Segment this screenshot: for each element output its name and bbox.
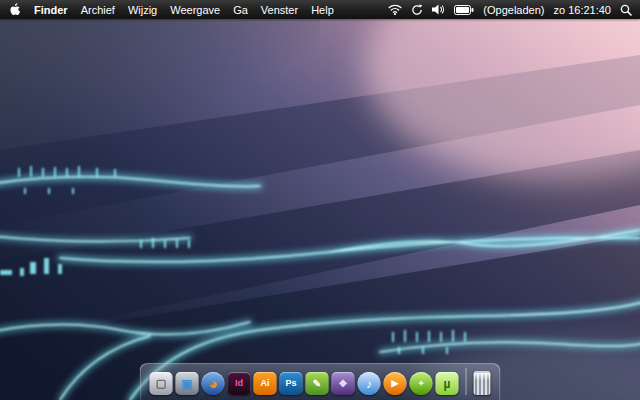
indesign-glyph: Id — [235, 379, 243, 388]
menu-bar: Finder Archief Wijzig Weergave Ga Venste… — [0, 0, 640, 19]
photoshop-glyph: Ps — [285, 379, 296, 388]
photoshop-dock-icon[interactable]: Ps — [280, 372, 303, 395]
menu-bar-left: Finder Archief Wijzig Weergave Ga Venste… — [0, 0, 334, 19]
purple-app-glyph: ❖ — [339, 379, 348, 389]
media-player-glyph: ▶ — [392, 379, 399, 388]
green-app-dock-icon[interactable]: ✎ — [306, 372, 329, 395]
media-player-dock-icon[interactable]: ▶ — [384, 372, 407, 395]
indesign-dock-icon[interactable]: Id — [228, 372, 251, 395]
menu-bar-clock[interactable]: zo 16:21:40 — [554, 4, 612, 16]
menu-archief[interactable]: Archief — [81, 4, 115, 16]
menu-venster[interactable]: Venster — [261, 4, 298, 16]
grab-glyph: ▢ — [156, 378, 166, 389]
menu-finder[interactable]: Finder — [34, 4, 68, 16]
illustrator-glyph: Ai — [261, 379, 270, 388]
menu-ga[interactable]: Ga — [233, 4, 248, 16]
menu-bar-status: (Opgeladen) zo 16:21:40 — [388, 0, 640, 19]
utorrent-dock-icon[interactable]: µ — [436, 372, 459, 395]
itunes-dock-icon[interactable]: ♪ — [358, 372, 381, 395]
dock: ▢▣◕IdAiPs✎❖♪▶✦µ — [140, 363, 501, 400]
purple-app-dock-icon[interactable]: ❖ — [332, 372, 355, 395]
apple-menu-icon[interactable] — [10, 3, 21, 16]
green-app-glyph: ✎ — [313, 379, 321, 389]
green-orb-app-dock-icon[interactable]: ✦ — [410, 372, 433, 395]
itunes-glyph: ♪ — [366, 378, 372, 390]
display-app-dock-icon[interactable]: ▣ — [176, 372, 199, 395]
menu-wijzig[interactable]: Wijzig — [128, 4, 157, 16]
volume-icon[interactable] — [432, 4, 445, 15]
desktop-wallpaper — [0, 0, 640, 400]
battery-status-label[interactable]: (Opgeladen) — [483, 4, 544, 16]
menu-help[interactable]: Help — [311, 4, 334, 16]
menu-weergave[interactable]: Weergave — [170, 4, 220, 16]
sync-icon[interactable] — [411, 4, 423, 16]
spotlight-icon[interactable] — [620, 4, 632, 16]
desktop: Finder Archief Wijzig Weergave Ga Venste… — [0, 0, 640, 400]
green-orb-app-glyph: ✦ — [418, 380, 425, 388]
firefox-dock-icon[interactable]: ◕ — [202, 372, 225, 395]
dock-divider — [466, 368, 467, 395]
battery-icon[interactable] — [454, 5, 474, 15]
grab-dock-icon[interactable]: ▢ — [150, 372, 173, 395]
display-app-glyph: ▣ — [181, 378, 192, 390]
utorrent-glyph: µ — [444, 378, 451, 390]
trash-dock-icon[interactable] — [474, 371, 491, 395]
wifi-icon[interactable] — [388, 4, 402, 15]
firefox-glyph: ◕ — [208, 376, 217, 391]
illustrator-dock-icon[interactable]: Ai — [254, 372, 277, 395]
